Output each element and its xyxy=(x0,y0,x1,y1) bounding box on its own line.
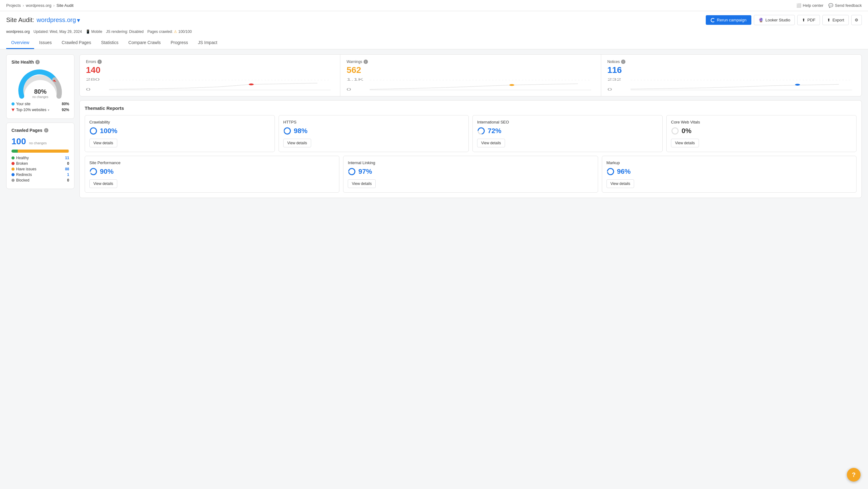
crawled-pages-card: Crawled Pages i 100 no changes Healthy 1… xyxy=(6,123,74,189)
errors-sparkline: 280 0 xyxy=(86,78,334,91)
thematic-top-grid: Crawlability 100% View details HTTPS xyxy=(85,115,857,152)
site-performance-circle xyxy=(89,167,97,176)
international-seo-view-details[interactable]: View details xyxy=(477,139,505,147)
pdf-label: PDF xyxy=(807,18,815,22)
markup-score: 96% xyxy=(617,167,631,176)
breadcrumb: Projects › wordpress.org › Site Audit xyxy=(6,3,73,8)
report-https: HTTPS 98% View details xyxy=(279,115,469,152)
topbar: Projects › wordpress.org › Site Audit ⬜ … xyxy=(0,0,868,11)
export-label: Export xyxy=(832,18,844,22)
tabs: Overview Issues Crawled Pages Statistics… xyxy=(6,37,862,49)
report-site-performance: Site Performance 90% View details xyxy=(85,156,339,193)
meta-pages-crawled: Pages crawled: ⚠ 100/100 xyxy=(147,29,192,34)
https-score-row: 98% xyxy=(283,127,464,135)
thematic-bottom-grid: Site Performance 90% View details Intern… xyxy=(85,156,857,193)
crawled-no-changes: no changes xyxy=(29,141,47,145)
markup-circle xyxy=(607,167,615,176)
tab-issues[interactable]: Issues xyxy=(34,37,57,49)
report-international-seo: International SEO 72% View details xyxy=(472,115,663,152)
main-content: Site Health i 80% no changes xyxy=(0,49,868,489)
send-feedback-link[interactable]: 💬 Send feedback xyxy=(828,3,862,8)
legend-redirects: Redirects 1 xyxy=(11,173,69,177)
sidebar: Site Health i 80% no changes xyxy=(6,54,74,484)
svg-text:0: 0 xyxy=(86,88,91,91)
site-health-title: Site Health i xyxy=(11,60,69,65)
internal-linking-circle xyxy=(348,167,356,176)
internal-linking-name: Internal Linking xyxy=(348,160,593,165)
svg-point-22 xyxy=(672,128,678,134)
healthy-dot xyxy=(11,156,14,159)
svg-point-17 xyxy=(90,128,96,134)
blocked-label: Blocked xyxy=(16,178,29,182)
warnings-block: Warnings i 562 1.1K 0 xyxy=(340,55,601,96)
notices-label: Notices i xyxy=(608,60,855,64)
blocked-value: 0 xyxy=(67,178,69,182)
gauge-label-text: no changes xyxy=(32,95,49,99)
https-name: HTTPS xyxy=(283,120,464,124)
international-seo-circle xyxy=(477,127,485,135)
pdf-icon: ⬆ xyxy=(802,18,805,22)
warnings-info-icon[interactable]: i xyxy=(364,60,368,64)
site-performance-score: 90% xyxy=(100,167,114,176)
https-view-details[interactable]: View details xyxy=(283,139,311,147)
settings-button[interactable]: ⚙ xyxy=(851,15,862,25)
breadcrumb-sep2: › xyxy=(53,3,55,8)
notices-info-icon[interactable]: i xyxy=(621,60,625,64)
breadcrumb-projects[interactable]: Projects xyxy=(6,3,21,8)
blocked-dot xyxy=(11,179,14,182)
core-web-vitals-view-details[interactable]: View details xyxy=(671,139,699,147)
core-web-vitals-circle xyxy=(671,127,679,135)
meta-device: 📱 Mobile xyxy=(86,29,102,34)
crawlability-score: 100% xyxy=(100,127,117,135)
rerun-campaign-button[interactable]: Rerun campaign xyxy=(706,15,751,25)
stats-row: Errors i 140 280 0 xyxy=(80,54,862,96)
title-prefix: Site Audit: xyxy=(6,17,34,24)
rerun-icon xyxy=(711,18,715,22)
tab-js-impact[interactable]: JS Impact xyxy=(193,37,222,49)
tab-statistics[interactable]: Statistics xyxy=(96,37,123,49)
internal-linking-view-details[interactable]: View details xyxy=(348,179,376,188)
markup-score-row: 96% xyxy=(607,167,852,176)
international-seo-name: International SEO xyxy=(477,120,658,124)
pdf-button[interactable]: ⬆ PDF xyxy=(797,15,820,25)
help-fab-button[interactable]: ? xyxy=(847,468,861,482)
internal-linking-score-row: 97% xyxy=(348,167,593,176)
crawlability-circle xyxy=(89,127,97,135)
progress-issues xyxy=(18,150,68,153)
meta-site: wordpress.org xyxy=(6,29,30,34)
chevron-down-icon: ▾ xyxy=(77,17,80,24)
help-center-link[interactable]: ⬜ Help center xyxy=(796,3,823,8)
site-performance-view-details[interactable]: View details xyxy=(89,179,117,188)
tab-crawled-pages[interactable]: Crawled Pages xyxy=(57,37,96,49)
errors-info-icon[interactable]: i xyxy=(97,60,102,64)
core-web-vitals-name: Core Web Vitals xyxy=(671,120,852,124)
report-internal-linking: Internal Linking 97% View details xyxy=(343,156,598,193)
crawled-count-row: 100 no changes xyxy=(11,136,69,147)
breadcrumb-site[interactable]: wordpress.org xyxy=(26,3,51,8)
crawled-pages-info-icon[interactable]: i xyxy=(44,128,49,132)
site-health-info-icon[interactable]: i xyxy=(35,60,40,64)
tab-overview[interactable]: Overview xyxy=(6,37,34,49)
svg-point-28 xyxy=(608,169,614,175)
thematic-reports-card: Thematic Reports Crawlability 100% View … xyxy=(80,100,862,198)
markup-view-details[interactable]: View details xyxy=(607,179,634,188)
international-seo-score-row: 72% xyxy=(477,127,658,135)
export-button[interactable]: ⬆ Export xyxy=(823,15,849,25)
crawlability-view-details[interactable]: View details xyxy=(89,139,117,147)
legend-broken: Broken 0 xyxy=(11,161,69,166)
redirects-label: Redirects xyxy=(16,173,32,177)
site-name-link[interactable]: wordpress.org ▾ xyxy=(37,17,80,24)
svg-point-19 xyxy=(284,128,290,134)
legend-healthy: Healthy 11 xyxy=(11,156,69,160)
tab-progress[interactable]: Progress xyxy=(166,37,193,49)
errors-block: Errors i 140 280 0 xyxy=(80,55,340,96)
report-markup: Markup 96% View details xyxy=(602,156,857,193)
your-site-label: Your site xyxy=(16,102,30,106)
looker-studio-button[interactable]: 🔮 Looker Studio xyxy=(754,15,795,25)
errors-value: 140 xyxy=(86,65,334,75)
svg-text:280: 280 xyxy=(86,78,100,81)
tab-compare-crawls[interactable]: Compare Crawls xyxy=(123,37,166,49)
progress-healthy xyxy=(11,150,18,153)
top10-chevron-icon[interactable]: ▾ xyxy=(48,108,49,112)
meta-js-rendering: JS rendering: Disabled xyxy=(106,29,144,34)
